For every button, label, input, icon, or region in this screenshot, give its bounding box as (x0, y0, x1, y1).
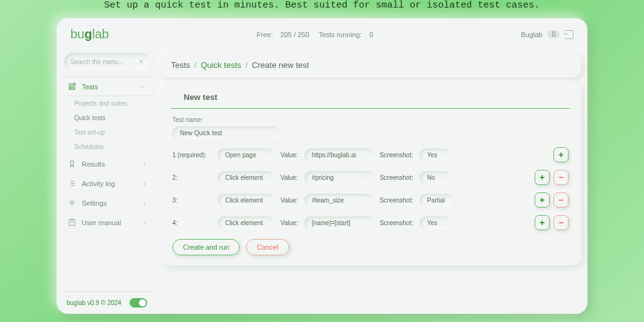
remove-step-button[interactable]: − (553, 170, 569, 185)
new-test-card: New test Test name: New Quick test 1 (re… (160, 84, 581, 265)
breadcrumb: Tests / Quick tests / Create new test (160, 53, 581, 77)
form-actions: Create and run Cancel (172, 239, 569, 255)
nav-tests[interactable]: Tests (62, 77, 152, 96)
app-header: buglab Free:205 / 250 Tests running:0 Bu… (57, 18, 587, 50)
card-title: New test (171, 84, 570, 109)
chevron-down-icon (138, 83, 146, 91)
nav-sub-quick-tests[interactable]: Quick tests (62, 111, 152, 125)
account-name[interactable]: Buglab (521, 31, 542, 38)
cancel-button[interactable]: Cancel (246, 239, 289, 255)
header-status: Free:205 / 250 Tests running:0 (109, 31, 521, 38)
step-action-input[interactable]: Click element (218, 216, 274, 230)
main-content: Tests / Quick tests / Create new test Ne… (157, 50, 587, 314)
logout-icon[interactable] (565, 30, 574, 39)
test-name-input[interactable]: New Quick test (172, 126, 279, 140)
remove-step-button[interactable]: − (553, 215, 569, 230)
add-step-button[interactable]: + (535, 192, 550, 208)
step-row: 2:Click elementValue:#pricingScreenshot:… (172, 170, 569, 185)
step-row: 3:Click elementValue:#team_sizeScreensho… (172, 192, 569, 208)
screenshot-label: Screenshot: (380, 197, 413, 204)
account-badge: 0 (547, 30, 560, 38)
book-icon (68, 218, 77, 226)
step-screenshot-input[interactable]: Yes (419, 148, 451, 162)
step-row: 1 (required):Open pageValue:https://bugl… (172, 147, 569, 162)
svg-point-0 (70, 161, 74, 164)
gear-icon (68, 199, 77, 207)
crumb-quick-tests[interactable]: Quick tests (201, 60, 241, 70)
sidebar-footer: buglab v0.9 © 2024 (62, 291, 152, 314)
step-value-input[interactable]: https://buglab.ai (304, 148, 374, 162)
step-action-input[interactable]: Click element (218, 194, 274, 207)
step-screenshot-input[interactable]: No (419, 171, 451, 184)
test-name-label: Test name: (172, 116, 569, 123)
sidebar: Search the menu... × Tests Projects and … (57, 50, 157, 314)
nav-sub-test-set-up[interactable]: Test set-up (62, 125, 152, 140)
step-action-input[interactable]: Open page (218, 148, 274, 162)
remove-step-button[interactable]: − (553, 192, 569, 208)
step-value-input[interactable]: #pricing (304, 171, 374, 184)
edit-icon (68, 82, 77, 91)
header-account: Buglab 0 (521, 30, 574, 39)
clear-icon[interactable]: × (139, 57, 143, 66)
screenshot-label: Screenshot: (380, 219, 413, 226)
nav-activity[interactable]: Activity log › (62, 174, 152, 193)
step-label: 3: (172, 197, 211, 204)
breadcrumb-panel: Tests / Quick tests / Create new test (160, 53, 581, 77)
step-row: 4:Click elementValue:[name]=[start]Scree… (172, 215, 569, 230)
step-screenshot-input[interactable]: Partial (419, 194, 452, 207)
value-label: Value: (280, 174, 298, 181)
chevron-right-icon: › (143, 198, 146, 208)
nav-manual[interactable]: User manual › (62, 213, 152, 232)
svg-point-1 (71, 202, 73, 204)
page-tagline: Set up a quick test in minutes. Best sui… (0, 0, 644, 18)
add-step-button[interactable]: + (535, 170, 550, 185)
screenshot-label: Screenshot: (380, 152, 413, 158)
nav-sub-schedules[interactable]: Schedules (62, 140, 152, 154)
nav: Tests Projects and suitesQuick testsTest… (62, 77, 152, 291)
crumb-tests[interactable]: Tests (171, 60, 190, 70)
step-action-input[interactable]: Click element (218, 171, 274, 184)
screenshot-label: Screenshot: (380, 174, 413, 181)
app-window: buglab Free:205 / 250 Tests running:0 Bu… (57, 18, 587, 314)
value-label: Value: (280, 197, 298, 204)
chevron-right-icon: › (143, 179, 146, 188)
logo: buglab (70, 27, 109, 42)
badge-icon (68, 160, 77, 168)
step-label: 1 (required): (172, 152, 211, 158)
step-screenshot-input[interactable]: Yes (419, 216, 451, 230)
crumb-create: Create new test (252, 60, 309, 70)
add-step-button[interactable]: + (553, 147, 569, 162)
search-input[interactable]: Search the menu... × (64, 53, 150, 70)
value-label: Value: (280, 219, 298, 226)
step-label: 4: (172, 219, 211, 226)
nav-sub-projects-and-suites[interactable]: Projects and suites (62, 96, 152, 111)
nav-results[interactable]: Results › (62, 154, 152, 174)
step-value-input[interactable]: [name]=[start] (304, 216, 374, 230)
theme-toggle[interactable] (130, 298, 147, 308)
chevron-right-icon: › (143, 159, 146, 169)
nav-settings[interactable]: Settings › (62, 193, 152, 213)
chevron-right-icon: › (143, 218, 146, 227)
add-step-button[interactable]: + (535, 215, 550, 230)
step-value-input[interactable]: #team_size (304, 194, 374, 207)
create-and-run-button[interactable]: Create and run (172, 239, 240, 255)
list-icon (68, 179, 77, 187)
value-label: Value: (280, 152, 298, 158)
step-label: 2: (172, 174, 211, 181)
